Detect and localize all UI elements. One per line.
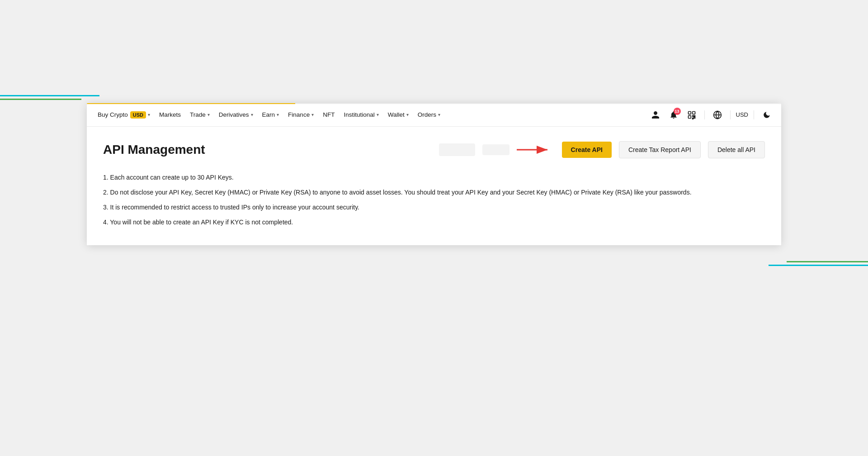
scan-icon-btn[interactable] — [684, 108, 699, 122]
markets-label: Markets — [159, 111, 181, 118]
page-title: API Management — [103, 142, 432, 157]
institutional-chevron: ▾ — [377, 112, 379, 117]
nav-orders[interactable]: Orders ▾ — [414, 109, 444, 121]
earn-label: Earn — [262, 111, 275, 118]
page-header: API Management Create API Create Tax — [103, 141, 765, 158]
nav-divider-2 — [730, 110, 731, 119]
derivatives-chevron: ▾ — [251, 112, 253, 117]
svg-rect-0 — [688, 111, 691, 114]
dark-mode-btn[interactable] — [760, 108, 774, 122]
nav-institutional[interactable]: Institutional ▾ — [340, 109, 382, 121]
browser-container: Buy Crypto USD ▾ Markets Trade ▾ Derivat… — [87, 103, 781, 245]
arrow-icon — [517, 143, 553, 157]
bg-line-teal-bottom — [769, 265, 868, 266]
nav-wallet[interactable]: Wallet ▾ — [384, 109, 412, 121]
globe-icon-btn[interactable] — [710, 108, 725, 122]
trade-label: Trade — [190, 111, 206, 118]
info-list: 1. Each account can create up to 30 API … — [103, 173, 765, 227]
orders-chevron: ▾ — [438, 112, 440, 117]
orders-label: Orders — [418, 111, 436, 118]
trade-chevron: ▾ — [208, 112, 210, 117]
moon-icon — [763, 111, 771, 119]
institutional-label: Institutional — [344, 111, 374, 118]
main-content: API Management Create API Create Tax — [87, 127, 781, 245]
profile-icon — [651, 110, 660, 119]
ghost-block-1 — [439, 143, 475, 156]
info-item-2: 2. Do not disclose your API Key, Secret … — [103, 188, 765, 197]
bg-line-green — [0, 99, 81, 100]
scan-icon — [687, 110, 696, 119]
earn-chevron: ▾ — [277, 112, 279, 117]
svg-rect-2 — [688, 115, 691, 118]
buy-crypto-label: Buy Crypto — [98, 111, 128, 118]
bg-line-green-bottom — [787, 261, 868, 262]
nav-earn[interactable]: Earn ▾ — [259, 109, 283, 121]
wallet-label: Wallet — [388, 111, 405, 118]
currency-label[interactable]: USD — [736, 111, 748, 118]
nav-finance[interactable]: Finance ▾ — [284, 109, 317, 121]
ghost-block-2 — [482, 144, 509, 155]
profile-icon-btn[interactable] — [648, 108, 663, 122]
notification-icon-btn[interactable]: 13 — [666, 108, 681, 122]
buy-crypto-chevron: ▾ — [148, 112, 150, 117]
bg-line-teal — [0, 95, 99, 96]
info-item-4: 4. You will not be able to create an API… — [103, 218, 765, 227]
nav-markets[interactable]: Markets — [156, 109, 184, 121]
svg-rect-1 — [692, 111, 695, 114]
nav-derivatives[interactable]: Derivatives ▾ — [215, 109, 257, 121]
nav-trade[interactable]: Trade ▾ — [186, 109, 213, 121]
notification-badge: 13 — [674, 108, 681, 115]
nav-right: 13 USD — [648, 108, 774, 122]
create-api-button[interactable]: Create API — [562, 142, 612, 158]
globe-icon — [713, 110, 722, 119]
nav-divider — [704, 110, 705, 119]
arrow-container — [517, 143, 553, 157]
nav-buy-crypto[interactable]: Buy Crypto USD ▾ — [94, 109, 154, 121]
nav-divider-3 — [754, 110, 754, 119]
nft-label: NFT — [323, 111, 335, 118]
finance-chevron: ▾ — [311, 112, 314, 117]
finance-label: Finance — [288, 111, 310, 118]
navbar: Buy Crypto USD ▾ Markets Trade ▾ Derivat… — [87, 103, 781, 127]
create-tax-report-button[interactable]: Create Tax Report API — [619, 141, 701, 158]
wallet-chevron: ▾ — [406, 112, 409, 117]
nav-nft[interactable]: NFT — [319, 109, 338, 121]
info-item-3: 3. It is recommended to restrict access … — [103, 203, 765, 212]
info-item-1: 1. Each account can create up to 30 API … — [103, 173, 765, 182]
delete-all-api-button[interactable]: Delete all API — [708, 141, 765, 158]
derivatives-label: Derivatives — [219, 111, 249, 118]
usd-badge: USD — [130, 111, 146, 119]
